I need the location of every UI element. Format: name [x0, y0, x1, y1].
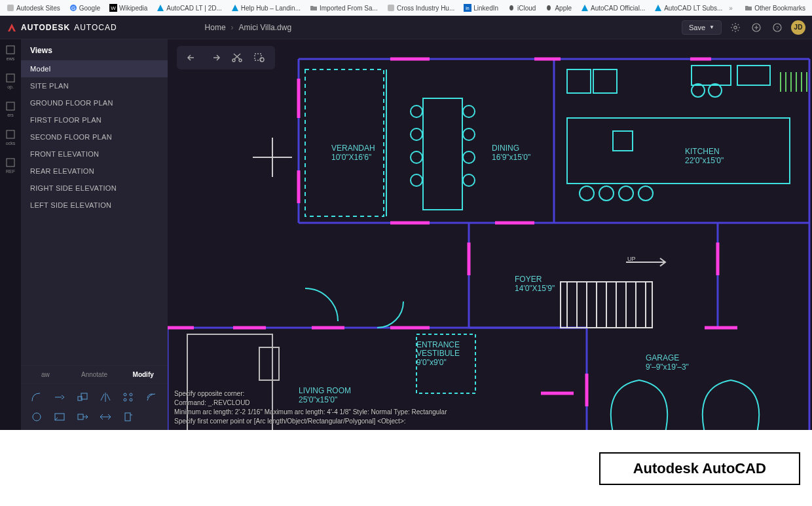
bookmark-item[interactable]: Autodesk Sites — [4, 3, 63, 13]
overflow-icon[interactable]: » — [729, 5, 733, 12]
cut-icon[interactable] — [231, 51, 244, 64]
view-item[interactable]: REAR ELEVATION — [21, 163, 168, 180]
view-item[interactable]: SITE PLAN — [21, 77, 168, 94]
rail-tab[interactable]: ers — [1, 101, 20, 117]
drawing-canvas[interactable]: VERANDAH 10'0"X16'6" DINING 16'9"x15'0" … — [168, 39, 812, 430]
svg-rect-14 — [7, 102, 14, 110]
svg-text:W: W — [111, 5, 116, 11]
svg-rect-59 — [613, 131, 633, 151]
view-item[interactable]: FIRST FLOOR PLAN — [21, 111, 168, 128]
rail-tab-label: ers — [7, 113, 14, 117]
svg-text:VERANDAH: VERANDAH — [331, 144, 375, 153]
view-item[interactable]: SECOND FLOOR PLAN — [21, 128, 168, 146]
views-list: ModelSITE PLANGROUND FLOOR PLANFIRST FLO… — [21, 60, 168, 365]
rail-tab[interactable]: REF — [1, 157, 20, 174]
offset-tool-icon[interactable] — [142, 389, 160, 405]
save-button-label: Save — [689, 24, 705, 31]
explode-tool-icon[interactable] — [142, 409, 160, 425]
gear-icon[interactable] — [728, 20, 743, 35]
bookmark-item[interactable]: Cross Industry Hu... — [384, 3, 457, 13]
svg-rect-66 — [692, 66, 731, 85]
cmdline-line: Specify first corner point or [Arc lengt… — [174, 417, 447, 426]
sidebar-tab[interactable]: Modify — [119, 366, 168, 383]
bookmark-label: Other Bookmarks — [754, 5, 805, 12]
svg-point-55 — [463, 128, 475, 140]
svg-point-54 — [463, 106, 475, 117]
user-avatar[interactable]: JD — [791, 20, 805, 35]
bookmark-item[interactable]: GGoogle — [67, 3, 103, 13]
bookmark-label: Imported From Sa... — [320, 5, 378, 12]
rail-tab[interactable]: ews — [1, 45, 20, 61]
autocad-app: AUTODESK AUTOCAD Home › Amici Villa.dwg … — [0, 16, 812, 430]
view-item[interactable]: FRONT ELEVATION — [21, 146, 168, 163]
rail-tab[interactable]: ocks — [1, 129, 20, 146]
other-bookmarks[interactable]: Other Bookmarks — [742, 3, 808, 13]
selection-icon[interactable] — [253, 51, 266, 64]
comment-icon[interactable] — [749, 20, 764, 35]
scale-tool-icon[interactable] — [73, 389, 92, 405]
svg-rect-15 — [7, 130, 14, 138]
svg-text:in: in — [466, 6, 470, 10]
circle-tool-icon[interactable] — [28, 409, 46, 425]
view-item[interactable]: RIGHT SIDE ELEVATION — [21, 180, 168, 197]
mirror-tool-icon[interactable] — [96, 389, 115, 405]
array-tool-icon[interactable] — [119, 389, 138, 405]
save-button[interactable]: Save ▼ — [682, 20, 722, 35]
rectangle-tool-icon[interactable] — [50, 409, 69, 425]
move-tool-icon[interactable] — [96, 409, 115, 425]
redo-icon[interactable] — [208, 51, 221, 64]
rail-tab-label: REF — [6, 169, 15, 174]
command-line[interactable]: Specify opposite corner: Command: _.REVC… — [174, 389, 447, 426]
modify-tool-grid — [21, 383, 168, 430]
view-item[interactable]: GROUND FLOOR PLAN — [21, 94, 168, 111]
bookmark-item[interactable]: AutoCAD LT Subs... — [652, 3, 725, 13]
svg-point-51 — [411, 128, 422, 140]
bookmark-label: iCloud — [517, 5, 536, 12]
app-topbar: AUTODESK AUTOCAD Home › Amici Villa.dwg … — [0, 16, 812, 39]
svg-point-28 — [239, 59, 242, 62]
rail-tab[interactable]: op. — [1, 73, 20, 89]
svg-text:ENTRANCE: ENTRANCE — [416, 340, 460, 349]
fillet-tool-icon[interactable] — [28, 389, 46, 405]
app-main: ewsop.ersocksREF Views ModelSITE PLANGRO… — [0, 39, 812, 430]
svg-text:16'9"x15'0": 16'9"x15'0" — [492, 153, 530, 162]
bookmark-item[interactable]: Help Hub – Landin... — [229, 3, 303, 13]
left-icon-rail: ewsop.ersocksREF — [0, 39, 21, 430]
bookmark-item[interactable]: iCloud — [505, 3, 538, 13]
bookmark-item[interactable]: AutoCAD Official... — [578, 3, 648, 13]
help-icon[interactable]: ? — [770, 20, 784, 35]
svg-rect-13 — [7, 74, 14, 82]
svg-point-63 — [638, 186, 653, 201]
trim-tool-icon[interactable] — [50, 389, 69, 405]
app-logo[interactable]: AUTODESK AUTOCAD — [7, 22, 117, 33]
svg-text:GARAGE: GARAGE — [646, 353, 679, 362]
svg-rect-26 — [125, 413, 130, 421]
stretch-tool-icon[interactable] — [73, 409, 92, 425]
svg-point-23 — [33, 413, 41, 421]
bookmark-item[interactable]: Apple — [542, 3, 574, 13]
bookmark-item[interactable]: WWikipedia — [107, 3, 150, 13]
svg-point-22 — [130, 399, 132, 401]
bookmark-item[interactable]: AutoCAD LT | 2D... — [154, 3, 224, 13]
undo-icon[interactable] — [186, 51, 199, 64]
view-item[interactable]: Model — [21, 60, 168, 77]
sidebar-tab[interactable]: Annotate — [70, 366, 119, 383]
breadcrumb-file[interactable]: Amici Villa.dwg — [239, 23, 291, 32]
svg-rect-64 — [567, 69, 591, 93]
sidebar-bottom-tabs: awAnnotateModify — [21, 365, 168, 383]
view-item[interactable]: LEFT SIDE ELEVATION — [21, 197, 168, 214]
bookmark-item[interactable]: Imported From Sa... — [307, 3, 380, 13]
svg-point-30 — [260, 58, 264, 62]
chevron-right-icon: › — [231, 23, 234, 32]
breadcrumb: Home › Amici Villa.dwg — [205, 23, 292, 32]
svg-point-53 — [411, 174, 422, 186]
svg-text:?: ? — [776, 25, 779, 31]
breadcrumb-home[interactable]: Home — [205, 23, 226, 32]
bookmark-label: Help Hub – Landin... — [241, 5, 301, 12]
bookmark-label: AutoCAD LT | 2D... — [166, 5, 221, 12]
bookmark-label: Wikipedia — [119, 5, 147, 12]
bookmark-item[interactable]: inLinkedIn — [461, 3, 501, 13]
svg-rect-16 — [7, 159, 14, 166]
rotate-tool-icon[interactable] — [119, 409, 138, 425]
sidebar-tab[interactable]: aw — [21, 366, 70, 383]
